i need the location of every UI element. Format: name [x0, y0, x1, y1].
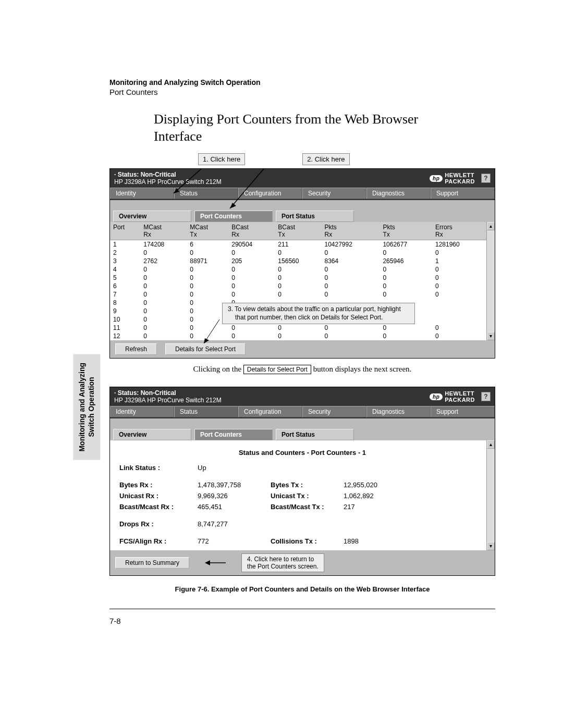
subtab-overview[interactable]: Overview — [113, 211, 191, 222]
th-errors-rx: Errors Rx — [432, 222, 495, 240]
bcast-tx-value: 217 — [344, 503, 401, 511]
tab-security-2[interactable]: Security — [302, 406, 366, 417]
bytes-tx-value: 12,955,020 — [344, 481, 401, 489]
tab-support-2[interactable]: Support — [431, 406, 495, 417]
table-row[interactable]: 117420862905042111042799210626771281960 — [110, 240, 495, 249]
drops-rx-label: Drops Rx : — [119, 520, 198, 528]
section-header: Port Counters — [109, 88, 495, 96]
callout-1: 1. Click here — [198, 153, 245, 165]
subtab-port-status-2[interactable]: Port Status — [276, 429, 354, 440]
bcast-rx-label: Bcast/Mcast Rx : — [119, 503, 198, 511]
side-tab: Monitoring and Analyzing Switch Operatio… — [73, 354, 100, 460]
subtab-port-counters-2[interactable]: Port Counters — [194, 429, 273, 440]
help-icon-2[interactable]: ? — [481, 392, 491, 401]
subtab-port-counters[interactable]: Port Counters — [194, 211, 273, 222]
device-name-2: HP J3298A HP ProCurve Switch 212M — [114, 397, 430, 404]
tab-status-2[interactable]: Status — [174, 406, 238, 417]
figure-caption: Figure 7-6. Example of Port Counters and… — [109, 585, 495, 593]
screenshot-port-counters: · Status: Non-Critical HP J3298A HP ProC… — [109, 168, 495, 359]
table-row[interactable]: 20000000 — [110, 249, 495, 257]
device-name: HP J3298A HP ProCurve Switch 212M — [114, 178, 430, 186]
fcs-align-rx-value: 772 — [198, 537, 271, 545]
tab-support[interactable]: Support — [431, 188, 495, 199]
link-status-label: Link Status : — [119, 464, 198, 472]
unicast-tx-label: Unicast Tx : — [271, 492, 344, 500]
bytes-rx-value: 1,478,397,758 — [198, 481, 271, 489]
callout-2: 2. Click here — [302, 153, 349, 165]
th-bcast-rx: BCast Rx — [228, 222, 275, 240]
table-row[interactable]: 60000000 — [110, 282, 495, 290]
svg-marker-7 — [205, 560, 210, 565]
th-pkts-rx: Pkts Rx — [321, 222, 380, 240]
help-icon[interactable]: ? — [481, 174, 491, 183]
tab-diagnostics-2[interactable]: Diagnostics — [366, 406, 431, 417]
table-row[interactable]: 327628897120515656083642659461 — [110, 257, 495, 265]
unicast-rx-label: Unicast Rx : — [119, 492, 198, 500]
refresh-button[interactable]: Refresh — [115, 343, 157, 355]
unicast-rx-value: 9,969,326 — [198, 492, 271, 500]
hp-logo-2: hp HEWLETTPACKARD — [430, 390, 475, 403]
subtab-port-status[interactable]: Port Status — [276, 211, 354, 222]
screenshot-port-details: · Status: Non-Critical HP J3298A HP ProC… — [109, 387, 495, 576]
bytes-rx-label: Bytes Rx : — [119, 481, 198, 489]
th-pkts-tx: Pkts Tx — [380, 222, 432, 240]
th-mcast-rx: MCast Rx — [140, 222, 187, 240]
table-row[interactable]: 50000000 — [110, 274, 495, 282]
subtab-overview-2[interactable]: Overview — [113, 429, 191, 440]
hp-logo-icon: hp — [430, 175, 443, 182]
left-arrow-icon — [205, 558, 226, 567]
hp-logo-icon-2: hp — [430, 393, 443, 400]
table-row[interactable]: 120000000 — [110, 332, 495, 340]
callout-4: 4. Click here to return tothe Port Count… — [241, 553, 324, 572]
caption-line: Clicking on the Details for Select Port … — [109, 365, 495, 374]
callout-3: 3. To view details about the traffic on … — [222, 303, 415, 324]
unicast-tx-value: 1,062,892 — [344, 492, 401, 500]
tab-status[interactable]: Status — [174, 188, 238, 199]
footer-rule — [109, 609, 495, 609]
scroll-down-icon-2[interactable]: ▾ — [487, 542, 495, 550]
detail-title: Status and Counters - Port Counters - 1 — [119, 449, 485, 456]
detail-scrollbar[interactable]: ▴ ▾ — [486, 440, 495, 550]
link-status-value: Up — [198, 464, 271, 472]
collisions-tx-label: Collisions Tx : — [271, 537, 344, 545]
inline-details-button: Details for Select Port — [243, 365, 311, 374]
drops-rx-value: 8,747,277 — [198, 520, 271, 528]
scroll-up-icon-2[interactable]: ▴ — [487, 440, 495, 449]
status-label: · Status: Non-Critical — [114, 171, 430, 178]
table-row[interactable]: 110000000 — [110, 324, 495, 332]
page-number: 7-8 — [109, 616, 495, 625]
tab-configuration[interactable]: Configuration — [238, 188, 302, 199]
th-bcast-tx: BCast Tx — [275, 222, 321, 240]
bcast-tx-label: Bcast/Mcast Tx : — [271, 503, 344, 511]
tab-diagnostics[interactable]: Diagnostics — [366, 188, 431, 199]
th-mcast-tx: MCast Tx — [187, 222, 228, 240]
th-port: Port — [110, 222, 140, 240]
details-for-select-port-button[interactable]: Details for Select Port — [165, 343, 246, 355]
tab-configuration-2[interactable]: Configuration — [238, 406, 302, 417]
table-scrollbar[interactable]: ▴ ▾ — [486, 222, 495, 340]
fcs-align-rx-label: FCS/Align Rx : — [119, 537, 198, 545]
table-row[interactable]: 40000000 — [110, 265, 495, 274]
bytes-tx-label: Bytes Tx : — [271, 481, 344, 489]
tab-identity-2[interactable]: Identity — [110, 406, 174, 417]
chapter-header: Monitoring and Analyzing Switch Operatio… — [109, 78, 495, 87]
bcast-rx-value: 465,451 — [198, 503, 271, 511]
status-label-2: · Status: Non-Critical — [114, 389, 430, 397]
hp-logo: hp HEWLETTPACKARD — [430, 172, 475, 184]
scroll-down-icon[interactable]: ▾ — [487, 332, 495, 340]
page-title: Displaying Port Counters from the Web Br… — [154, 111, 446, 145]
scroll-up-icon[interactable]: ▴ — [487, 222, 495, 230]
tab-identity[interactable]: Identity — [110, 188, 174, 199]
table-row[interactable]: 70000000 — [110, 290, 495, 299]
return-to-summary-button[interactable]: Return to Summary — [115, 557, 189, 569]
collisions-tx-value: 1898 — [344, 537, 401, 545]
tab-security[interactable]: Security — [302, 188, 366, 199]
